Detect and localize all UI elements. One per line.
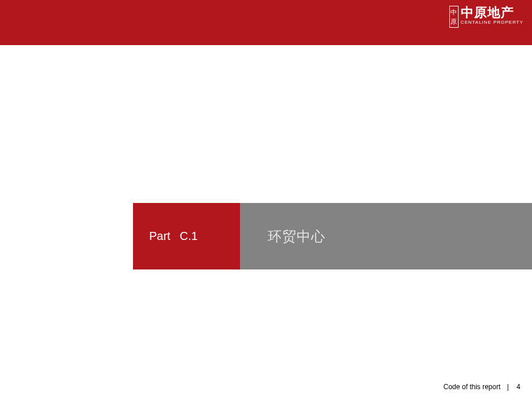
page-number: 4 [516,383,520,391]
section-part-number: C.1 [180,230,198,242]
logo-chinese: 中原地产 [461,6,523,20]
logo-seal-icon: 中原 [449,6,459,28]
section-part-word: Part [149,230,171,242]
footer: Code of this report 4 [444,383,520,391]
section-title: 环贸中心 [268,227,326,246]
footer-label: Code of this report [444,383,501,391]
logo-text-group: 中原地产 CENTALINE PROPERTY [461,6,523,25]
section-label: PartC.1 [149,230,198,243]
company-logo: 中原 中原地产 CENTALINE PROPERTY [449,6,523,28]
logo-seal-text: 中原 [450,8,458,26]
footer-separator [503,383,515,391]
section-title-block: 环贸中心 [240,203,532,269]
section-label-block: PartC.1 [133,203,240,269]
logo-english: CENTALINE PROPERTY [461,20,523,25]
header-bar: 中原 中原地产 CENTALINE PROPERTY [0,0,532,45]
